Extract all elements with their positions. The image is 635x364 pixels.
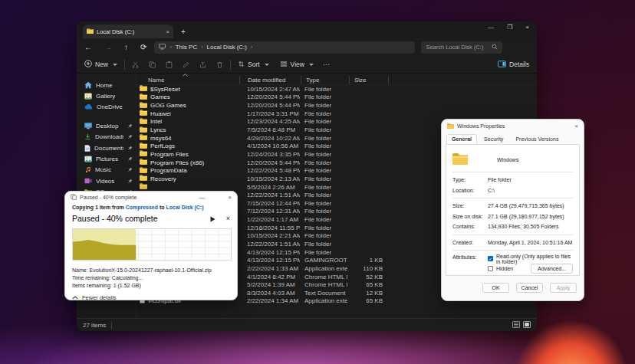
close-button[interactable]: × <box>525 24 529 31</box>
sort-button[interactable]: Sort <box>238 61 269 69</box>
up-icon[interactable]: ↑ <box>124 43 128 51</box>
hidden-checkbox[interactable] <box>488 266 493 271</box>
file-name-cell: Intel <box>137 118 242 126</box>
chevron-right-icon: › <box>201 44 202 50</box>
back-icon[interactable]: ← <box>84 43 92 51</box>
pin-icon <box>127 179 133 184</box>
sidebar-item-pictures[interactable]: Pictures <box>77 153 136 164</box>
share-icon[interactable] <box>199 61 206 68</box>
date-modified-cell: 4/13/2024 12:15 PM <box>242 257 300 264</box>
folder-icon <box>140 102 147 110</box>
size-cell: 65 KB <box>347 297 383 304</box>
refresh-icon[interactable]: ⟳ <box>140 43 146 51</box>
type-cell: Chrome HTML Do... <box>300 281 347 288</box>
chevron-down-icon <box>265 64 269 66</box>
new-button[interactable]: New <box>84 60 117 69</box>
readonly-checkbox[interactable]: ✓ <box>488 256 493 261</box>
column-header-date[interactable]: Date modified <box>243 77 301 84</box>
close-button[interactable]: × <box>574 123 578 130</box>
sidebar-item-label: OneDrive <box>97 103 133 110</box>
minimize-button[interactable]: — <box>199 194 205 201</box>
more-options-button[interactable]: ⋯ <box>323 61 331 68</box>
sidebar-item-home[interactable]: Home <box>77 80 136 90</box>
table-row[interactable]: Huawei1/17/2024 3:31 PMFile folder <box>137 110 537 118</box>
tab-general[interactable]: General <box>446 134 477 144</box>
maximize-button[interactable]: ❐ <box>507 24 512 31</box>
column-header-type[interactable]: Type <box>301 77 349 84</box>
close-button[interactable]: × <box>228 194 232 201</box>
chevron-down-icon <box>113 64 117 66</box>
delete-icon[interactable] <box>216 61 223 68</box>
destination-link[interactable]: Local Disk (C:) <box>166 205 204 210</box>
pin-icon <box>127 167 133 172</box>
folder-icon <box>140 167 147 175</box>
details-pane-icon <box>498 61 506 69</box>
sidebar-item-label: Downloads <box>95 133 123 140</box>
minimize-button[interactable]: — <box>488 24 494 31</box>
table-row[interactable]: Games12/20/2024 5:44 PMFile folder <box>137 93 537 102</box>
sidebar-item-gallery[interactable]: Gallery <box>77 90 136 101</box>
column-header-size[interactable]: Size <box>350 77 388 84</box>
breadcrumb[interactable]: › This PC › Local Disk (C:) › <box>154 41 415 54</box>
sidebar-item-documents[interactable]: Documents <box>77 143 136 153</box>
source-link[interactable]: Compressed <box>126 205 158 210</box>
sidebar-item-label: Documents <box>94 145 123 152</box>
tab-title: Local Disk (C:) <box>97 28 163 35</box>
sidebar-item-downloads[interactable]: Downloads <box>77 132 136 143</box>
cut-icon[interactable] <box>132 61 139 68</box>
rename-icon[interactable] <box>183 61 189 68</box>
table-row[interactable]: $SysReset10/15/2024 2:47 AMFile folder <box>137 85 537 93</box>
downloads-icon <box>84 133 91 140</box>
sidebar-item-music[interactable]: Music <box>77 165 136 175</box>
folder-icon <box>140 85 147 93</box>
tab-security[interactable]: Security <box>479 134 508 144</box>
breadcrumb-local-disk[interactable]: Local Disk (C:) <box>207 44 247 51</box>
details-view-icon[interactable] <box>512 321 520 330</box>
properties-titlebar[interactable]: Windows Properties × <box>442 120 584 133</box>
cancel-copy-icon[interactable]: × <box>226 215 230 222</box>
readonly-label: Read-only (Only applies to files in fold… <box>496 254 573 264</box>
cancel-button[interactable]: Cancel <box>516 283 543 293</box>
breadcrumb-this-pc[interactable]: This PC <box>176 44 197 51</box>
ok-button[interactable]: OK <box>482 283 509 293</box>
details-pane-toggle[interactable]: Details <box>498 61 529 69</box>
tab-local-disk-c[interactable]: Local Disk (C:) × <box>83 25 173 38</box>
sidebar-item-onedrive[interactable]: OneDrive <box>77 102 136 113</box>
fewer-details-button[interactable]: Fewer details <box>72 294 230 300</box>
pictures-icon <box>84 156 92 162</box>
advanced-button[interactable]: Advanced... <box>531 264 573 274</box>
table-row[interactable]: GOG Games12/20/2024 5:44 PMFile folder <box>137 101 537 110</box>
tab-close-icon[interactable]: × <box>166 28 169 35</box>
sidebar-item-label: Videos <box>96 178 123 185</box>
icons-view-icon[interactable] <box>523 321 531 330</box>
size-cell: 12 KB <box>347 290 383 297</box>
search-input[interactable]: Search Local Disk (C:) <box>421 41 502 54</box>
desktop-icon <box>84 123 92 130</box>
type-cell: Text Document <box>300 290 347 297</box>
copy-dialog-titlebar[interactable]: Paused - 40% complete — × <box>65 192 237 203</box>
forward-icon[interactable]: → <box>104 43 112 51</box>
column-header-name[interactable]: Name <box>137 77 242 84</box>
copy-icon[interactable] <box>149 61 156 68</box>
size-cell: 110 KB <box>347 265 383 272</box>
type-cell: Application extens... <box>300 297 347 304</box>
sidebar-item-videos[interactable]: Videos <box>77 175 136 186</box>
sidebar-item-desktop[interactable]: Desktop <box>77 120 136 131</box>
date-modified-cell: 4/29/2024 10:22 AM <box>242 135 300 142</box>
documents-icon <box>84 145 90 152</box>
apply-button[interactable]: Apply <box>550 283 577 293</box>
tab-previous-versions[interactable]: Previous Versions <box>510 134 564 144</box>
file-name-cell: ProgramData <box>137 167 242 175</box>
date-modified-cell: 10/15/2024 2:13 AM <box>242 175 300 182</box>
property-field: Type:File folder <box>452 175 573 185</box>
view-button[interactable]: View <box>280 61 314 69</box>
resume-icon[interactable] <box>210 212 216 225</box>
copy-dialog-title: Paused - 40% complete <box>80 195 196 200</box>
date-modified-cell: 4/1/2024 8:42 PM <box>242 274 300 280</box>
copy-time-remaining: Time remaining: Calculating... <box>72 274 230 282</box>
sidebar-item-label: Gallery <box>96 93 133 100</box>
paste-icon[interactable] <box>166 61 173 68</box>
new-tab-button[interactable]: + <box>181 25 186 38</box>
status-bar: 27 items <box>77 318 537 331</box>
type-cell: File folder <box>300 102 347 109</box>
